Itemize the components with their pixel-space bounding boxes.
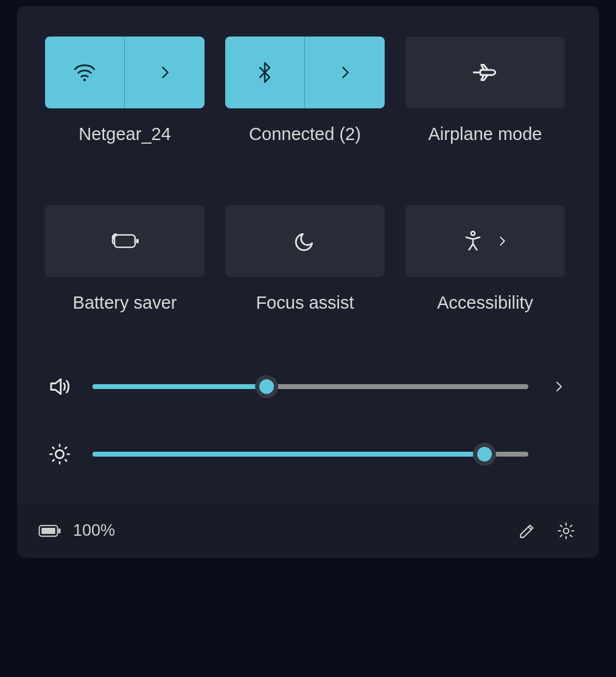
battery-saver-tile[interactable]: [45, 205, 205, 277]
wifi-toggle[interactable]: [45, 37, 125, 108]
moon-icon: [293, 229, 317, 253]
bluetooth-expand[interactable]: [305, 37, 385, 108]
accessibility-tile-column: Accessibility: [405, 205, 565, 313]
chevron-right-icon: [495, 234, 509, 248]
bluetooth-tile-column: Connected (2): [225, 37, 385, 144]
bluetooth-label: Connected (2): [249, 124, 361, 144]
footer-bar: 100%: [17, 503, 599, 558]
svg-line-9: [52, 447, 55, 449]
battery-saver-icon: [108, 229, 141, 253]
svg-line-10: [65, 460, 68, 462]
svg-point-0: [83, 79, 86, 82]
tile-row-2: Battery saver Focus assist: [45, 205, 571, 313]
bluetooth-icon: [253, 61, 276, 84]
quick-settings-panel: Netgear_24: [17, 6, 599, 558]
svg-rect-14: [58, 528, 61, 533]
pencil-icon: [517, 521, 537, 541]
volume-slider[interactable]: [93, 379, 528, 394]
brightness-icon[interactable]: [45, 442, 74, 466]
chevron-right-icon: [156, 64, 173, 81]
airplane-tile-column: Airplane mode: [405, 37, 565, 144]
svg-point-3: [471, 231, 475, 235]
svg-rect-1: [114, 235, 135, 247]
battery-icon: [38, 523, 62, 539]
svg-rect-15: [41, 528, 55, 534]
accessibility-icon: [461, 230, 485, 253]
gear-icon: [556, 521, 576, 541]
wifi-expand[interactable]: [125, 37, 205, 108]
airplane-icon: [470, 57, 500, 88]
accessibility-tile[interactable]: [405, 205, 565, 277]
brightness-slider-thumb[interactable]: [473, 443, 496, 466]
wifi-icon: [72, 60, 97, 85]
battery-saver-label: Battery saver: [73, 293, 177, 313]
focus-assist-tile[interactable]: [225, 205, 385, 277]
settings-button[interactable]: [551, 516, 581, 545]
bluetooth-toggle[interactable]: [225, 37, 305, 108]
svg-point-16: [564, 528, 569, 533]
accessibility-label: Accessibility: [437, 293, 533, 313]
wifi-tile-column: Netgear_24: [45, 37, 205, 144]
tile-row-1: Netgear_24: [45, 37, 571, 144]
airplane-mode-tile[interactable]: [405, 37, 565, 108]
focus-assist-label: Focus assist: [256, 293, 354, 313]
svg-line-12: [65, 447, 68, 449]
wifi-label: Netgear_24: [79, 124, 171, 144]
edit-button[interactable]: [513, 516, 542, 545]
brightness-slider[interactable]: [93, 447, 528, 461]
battery-percent-text: 100%: [73, 521, 115, 540]
wifi-tile[interactable]: [45, 37, 205, 108]
volume-more-button[interactable]: [547, 379, 571, 394]
focus-assist-tile-column: Focus assist: [225, 205, 385, 313]
chevron-right-icon: [337, 64, 354, 81]
bluetooth-tile[interactable]: [225, 37, 385, 108]
volume-icon[interactable]: [45, 374, 74, 399]
tile-grid: Netgear_24: [17, 37, 599, 313]
battery-saver-tile-column: Battery saver: [45, 205, 205, 313]
volume-row: [45, 374, 571, 399]
svg-point-4: [55, 450, 63, 458]
svg-line-11: [52, 460, 55, 462]
battery-status[interactable]: 100%: [38, 521, 115, 540]
svg-rect-2: [136, 239, 139, 244]
brightness-row: [45, 442, 571, 466]
volume-slider-thumb[interactable]: [255, 375, 278, 398]
sliders-section: [17, 374, 599, 503]
airplane-label: Airplane mode: [429, 124, 542, 144]
